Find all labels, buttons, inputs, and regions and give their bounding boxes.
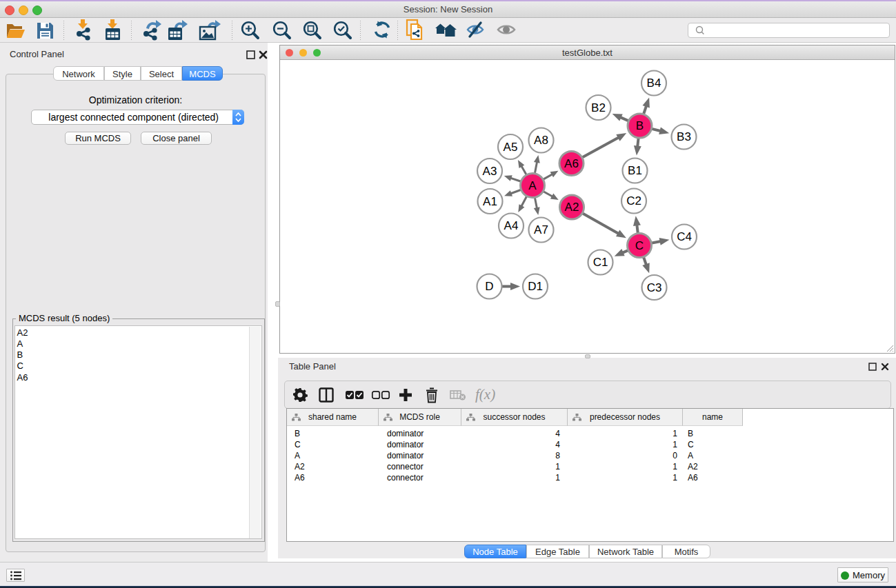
svg-text:A5: A5 [504, 141, 518, 154]
svg-text:B3: B3 [677, 130, 691, 143]
svg-text:A6: A6 [564, 157, 579, 170]
svg-text:A4: A4 [504, 219, 519, 232]
svg-text:A3: A3 [483, 165, 497, 178]
svg-text:D: D [485, 280, 493, 293]
svg-text:B4: B4 [647, 77, 661, 90]
svg-text:C2: C2 [626, 194, 641, 207]
svg-text:C1: C1 [593, 256, 608, 269]
svg-text:B2: B2 [591, 101, 606, 114]
svg-text:A7: A7 [534, 223, 548, 236]
svg-text:A8: A8 [534, 134, 548, 147]
svg-text:D1: D1 [528, 280, 543, 293]
svg-text:B: B [636, 119, 644, 132]
svg-text:A2: A2 [565, 201, 579, 214]
svg-text:A: A [528, 179, 537, 192]
svg-text:C: C [635, 239, 644, 252]
svg-text:C4: C4 [677, 230, 692, 243]
svg-text:A1: A1 [483, 195, 497, 208]
svg-text:C3: C3 [647, 281, 662, 294]
svg-text:B1: B1 [628, 164, 642, 177]
